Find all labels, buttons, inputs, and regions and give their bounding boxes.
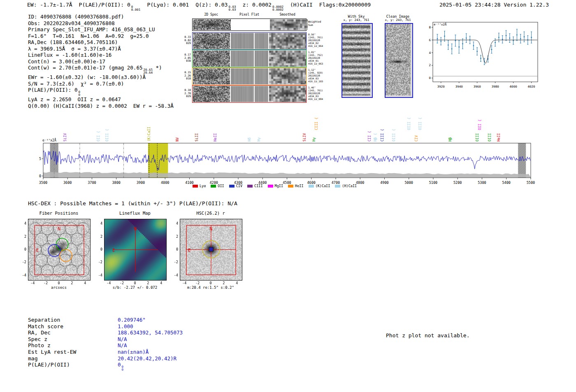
svg-text:Hγ: Hγ <box>312 137 316 141</box>
match-value: N/A <box>118 342 127 348</box>
panel-1-xtick: 0 <box>131 281 139 285</box>
annotation-line: 1.01" <box>308 51 334 53</box>
col-title-2dspec: 2D Spec <box>192 13 230 16</box>
info-line-text: LyA z = 2.2650 OII z = 0.0647 <box>28 96 121 102</box>
match-row-2: RA, Dec188.634392, 54.705073 <box>28 329 183 336</box>
match-row-7: P(LAE)/P(OII)000 <box>28 362 183 371</box>
header-segment-text: (H)CaII <box>290 2 313 8</box>
svg-text:3700: 3700 <box>88 181 96 185</box>
value-stack: 0.00020.0002 <box>272 5 283 11</box>
match-row-3: Spec zN/A <box>28 336 183 343</box>
col-title-pixelflat: Pixel Flat <box>230 13 269 16</box>
legend-swatch <box>288 185 293 188</box>
value-stack: 20.6520.64 <box>143 68 153 74</box>
cutout-row-annotations: 1.12"(245, 929)20220228v034_03416_LU_103 <box>308 68 334 83</box>
match-label: Spec z <box>28 336 118 343</box>
info-line-8: Cont(w) = 2.70(±0.01)e-17 (gmag 20.6520.… <box>28 65 174 74</box>
summary-header: EW: -1.7±-1.7ÅP(LAE)/P(OII): 000.001P(Ly… <box>27 2 377 11</box>
annotation-line: 416_LU_103 <box>308 80 334 83</box>
match-value: N/A <box>118 336 127 342</box>
cutout-row-annotations: 0.56"(243, 761)20220228v034_02416_LU_064 <box>308 33 334 47</box>
panel-0-ytick: 0 <box>19 247 26 251</box>
header-segment-text: Q(z): 0.03 <box>195 2 228 8</box>
withsky-canvas <box>342 24 370 95</box>
info-line-text: Cont(n) = 3.00(±0.00)e-17 <box>28 58 105 65</box>
legend-item-4: MgII <box>268 184 283 188</box>
svg-text:CIII {: CIII { <box>380 129 384 141</box>
annotation-line: 416_LU_063 <box>308 62 334 65</box>
svg-text:OII {: OII { <box>478 119 482 130</box>
header-segment-1: P(LAE)/P(OII): 000.001 <box>79 2 141 11</box>
panel-1-ytick: 4 <box>95 221 102 225</box>
legend-item-0: Lyα <box>193 184 206 188</box>
annotation-line: 416_LU_084 <box>308 97 334 100</box>
panel-1-ytick: -4 <box>95 273 102 277</box>
svg-text:4000: 4000 <box>510 85 518 88</box>
withsky-coords: x, y: 243, 761 <box>341 18 372 22</box>
legend-label: OII <box>218 184 224 188</box>
smoothed-strip-canvas <box>269 33 306 49</box>
cutout-row <box>192 85 307 103</box>
svg-text:e⁻¹⁷x2Å: e⁻¹⁷x2Å <box>434 23 447 26</box>
match-details-table: Separation0.209746"Match score1.000RA, D… <box>28 317 183 371</box>
svg-text:4: 4 <box>429 51 431 55</box>
header-segment-0: EW: -1.7±-1.7Å <box>27 2 72 11</box>
info-line-5: λ = 3969.15Å σ = 3.37(±0.47)Å <box>28 46 174 52</box>
header-segment-2: P(Lyα): 0.001 <box>147 2 189 11</box>
annotation-line: 20220228 <box>308 74 334 77</box>
svg-text:Hβ {: Hβ { <box>373 133 377 141</box>
cutout-row-left-values: 0.102.70029 <box>181 89 191 98</box>
info-line-12: LyA z = 2.2650 OII z = 0.0647 <box>28 96 174 103</box>
smoothed-strip-canvas <box>270 19 308 30</box>
info-line-11: P(LAE)/P(OII): 000 <box>28 87 174 96</box>
info-line-text: ID: 4090376808 (4090376808.pdf) <box>28 14 124 20</box>
panel-2-xtick: 4 <box>233 281 241 285</box>
cutout-row <box>192 19 307 31</box>
panel-1-xtick: 4 <box>158 281 165 285</box>
svg-text:5100: 5100 <box>429 181 437 185</box>
svg-text:5200: 5200 <box>453 181 462 185</box>
match-label: RA, Dec <box>28 330 118 336</box>
info-line-text: Obs: 20220228v034_4090376808 <box>28 20 115 26</box>
svg-text:3900: 3900 <box>137 181 145 185</box>
info-line-4: RA,Dec (188.634460,54.705116) <box>28 39 174 46</box>
header-segment-5: (H)CaII <box>290 2 313 11</box>
cleanimage-frame <box>385 23 413 98</box>
svg-text:3800: 3800 <box>112 181 121 185</box>
cutout-column-titles: 2D Spec Pixel Flat Smoothed <box>192 13 307 16</box>
panel-1-xtick: -4 <box>105 281 112 285</box>
svg-text:Hβ: Hβ <box>448 137 452 141</box>
cutout-row <box>192 67 307 85</box>
match-row-5: Est LyA rest-EWnan(±nan)Å <box>28 349 183 355</box>
match-value: 188.634392, 54.705073 <box>118 329 183 336</box>
info-line-text: Primary Spec_Slot_IFU_AMP: 416_058_063_L… <box>28 26 155 32</box>
match-row-6: mag20.42(20.42,20.42)R <box>28 355 183 362</box>
svg-text:3960: 3960 <box>474 85 481 88</box>
sub-value: 0 <box>122 368 124 371</box>
legend-label: Lyα <box>200 184 206 188</box>
weighted-label-line: Weighted <box>308 20 334 23</box>
legend-swatch <box>247 185 253 188</box>
svg-text:5500: 5500 <box>527 181 535 185</box>
header-segment-text: z: 0.0002 <box>242 2 271 8</box>
sub-value: 0 <box>78 93 80 96</box>
cleanimage-canvas <box>386 24 411 95</box>
svg-text:3500: 3500 <box>39 181 47 185</box>
header-segment-text: P(Lyα): 0.001 <box>147 2 189 8</box>
info-line-10: S/N = 7.3(±2.6) χ² = 0.7(±0.0) <box>28 81 174 87</box>
hsc-matches-header: HSC-DEX : Possible Matches = 1 (within +… <box>28 200 237 206</box>
panel-2-xtick: -4 <box>181 281 188 285</box>
info-line-text: P(LAE)/P(OII): 0 <box>28 87 77 93</box>
panel-2-ytick: -2 <box>171 260 178 264</box>
info-line-9: EWr = -1.60(±0.32) (w: -18.00(±3.60))Å <box>28 74 174 81</box>
panel-0-xtick: -2 <box>42 281 49 285</box>
fiber-positions-canvas <box>28 219 91 281</box>
svg-text:SiIV: SiIV <box>63 133 67 141</box>
legend-item-1: OII <box>211 184 224 188</box>
match-value: 20.42(20.42,20.42)R <box>118 355 177 362</box>
info-line-text: λ = 3969.15Å σ = 3.37(±0.47)Å <box>28 46 121 52</box>
cutout-row-annotations: 1.01"(243, 752)20220228v034_01416_LU_063 <box>308 51 334 65</box>
col-title-smoothed: Smoothed <box>268 13 307 16</box>
svg-text:OIII {: OIII { <box>392 129 396 141</box>
info-line-text: S/N = 7.3(±2.6) χ² = 0.7(±0.0) <box>28 81 124 87</box>
